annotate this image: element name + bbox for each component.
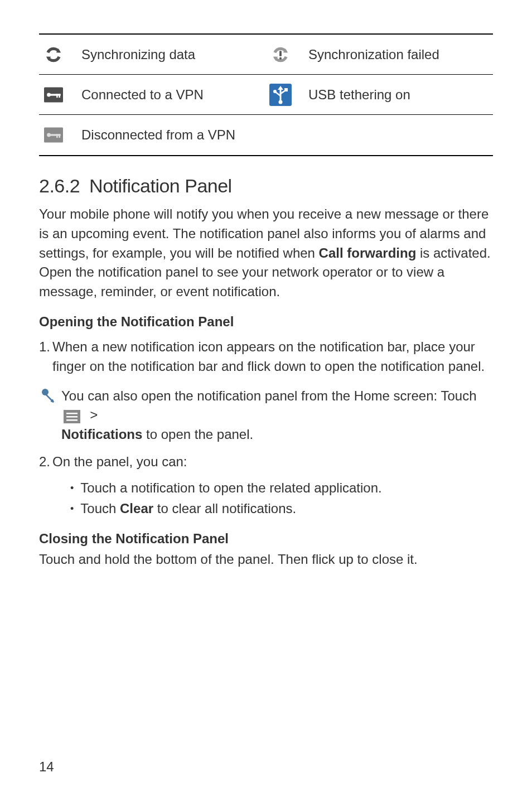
list-item: • Touch Clear to clear all notifications…	[70, 498, 493, 519]
svg-point-10	[273, 90, 277, 93]
svg-rect-16	[59, 134, 60, 138]
section-number: 2.6.2	[39, 175, 80, 197]
vpn-disconnected-label: Disconnected from a VPN	[81, 127, 235, 143]
step-text: When a new notification icon appears on …	[52, 337, 493, 376]
vpn-connected-label: Connected to a VPN	[81, 87, 204, 103]
svg-rect-5	[56, 94, 58, 98]
text: >	[90, 407, 98, 422]
table-row: Connected to a VPN USB tethering on	[39, 75, 493, 115]
bullet-dot: •	[70, 481, 74, 496]
cell-usb-tethering: USB tethering on	[266, 78, 493, 112]
page-number: 14	[39, 759, 54, 775]
opening-heading: Opening the Notification Panel	[39, 314, 493, 330]
bold-text: Call forwarding	[319, 245, 417, 260]
section-paragraph: Your mobile phone will notify you when y…	[39, 205, 493, 302]
svg-rect-15	[56, 134, 58, 138]
step-number: 2.	[39, 452, 50, 472]
step-2: 2. On the panel, you can:	[39, 452, 493, 472]
section-heading: 2.6.2 Notification Panel	[39, 175, 493, 197]
text: to clear all notifications.	[153, 501, 296, 516]
usb-tethering-icon	[268, 83, 293, 107]
menu-icon	[64, 409, 80, 423]
sync-failed-label: Synchronization failed	[308, 47, 439, 62]
cell-vpn-disconnected: Disconnected from a VPN	[39, 118, 266, 152]
svg-rect-20	[66, 416, 78, 418]
closing-heading: Closing the Notification Panel	[39, 531, 493, 547]
cell-sync-failed: Synchronization failed	[266, 38, 493, 71]
cell-empty	[266, 131, 493, 139]
sync-label: Synchronizing data	[81, 47, 195, 62]
table-row: Synchronizing data Synchronization faile…	[39, 35, 493, 75]
svg-point-17	[42, 389, 49, 395]
table-row: Disconnected from a VPN	[39, 115, 493, 155]
text: Touch	[80, 501, 120, 516]
closing-text: Touch and hold the bottom of the panel. …	[39, 550, 493, 569]
text: to open the panel.	[142, 427, 253, 442]
svg-rect-21	[66, 419, 78, 421]
vpn-connected-icon	[41, 83, 66, 107]
sync-icon	[41, 42, 66, 67]
list-item: • Touch a notification to open the relat…	[70, 477, 493, 498]
cell-sync-data: Synchronizing data	[39, 38, 266, 71]
bullet-list: • Touch a notification to open the relat…	[39, 477, 493, 519]
svg-point-1	[279, 57, 282, 59]
vpn-disconnected-icon	[41, 123, 66, 147]
usb-tethering-label: USB tethering on	[308, 87, 410, 103]
svg-rect-0	[279, 51, 282, 56]
bold-text: Notifications	[61, 427, 142, 442]
section-title: Notification Panel	[89, 175, 232, 196]
bold-text: Clear	[120, 501, 153, 516]
text: You can also open the notification panel…	[61, 388, 476, 403]
bullet-dot: •	[70, 501, 74, 517]
step-number: 1.	[39, 337, 50, 376]
svg-rect-11	[284, 88, 288, 91]
step-1: 1. When a new notification icon appears …	[39, 337, 493, 376]
svg-point-13	[47, 133, 51, 137]
tip-icon	[39, 388, 56, 404]
bullet-text: Touch a notification to open the related…	[80, 477, 381, 498]
bullet-text: Touch Clear to clear all notifications.	[80, 498, 296, 519]
cell-vpn-connected: Connected to a VPN	[39, 78, 266, 112]
sync-failed-icon	[268, 42, 293, 67]
status-icons-table: Synchronizing data Synchronization faile…	[39, 33, 493, 156]
svg-point-3	[47, 93, 51, 96]
tip-text: You can also open the notification panel…	[61, 387, 493, 445]
svg-rect-19	[66, 413, 78, 414]
tip-row: You can also open the notification panel…	[39, 387, 493, 445]
step-text: On the panel, you can:	[52, 452, 493, 472]
svg-rect-6	[59, 94, 60, 98]
